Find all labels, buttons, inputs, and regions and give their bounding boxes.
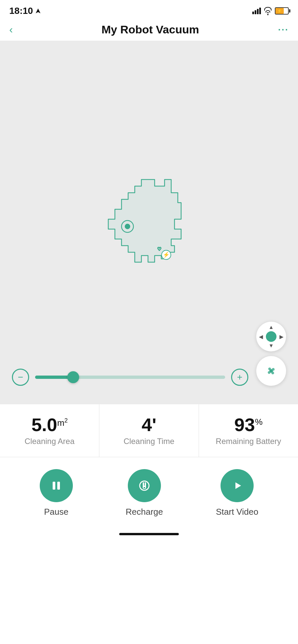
svg-rect-7 (57, 482, 60, 490)
map-area[interactable]: ⚡ ♡ ▲ ▼ ◀ ▶ − + (0, 41, 298, 404)
svg-rect-10 (145, 482, 146, 486)
slider-thumb[interactable] (67, 371, 79, 383)
svg-point-5 (270, 369, 273, 373)
cleaning-time-stat: 4' Cleaning Time (99, 404, 199, 457)
pause-button[interactable]: Pause (40, 469, 73, 517)
remaining-battery-value: 93 % (234, 416, 263, 434)
start-video-label: Start Video (216, 507, 258, 517)
joystick-down-arrow: ▼ (269, 343, 274, 349)
svg-point-1 (125, 224, 130, 229)
home-indicator-area (0, 527, 298, 539)
speed-slider-row: − + (12, 369, 248, 386)
more-options-button[interactable]: ··· (278, 24, 289, 35)
speed-slider-track[interactable] (35, 376, 225, 379)
cleaning-time-value: 4' (142, 416, 156, 434)
wifi-icon (264, 7, 272, 15)
joystick-button[interactable]: ▲ ▼ ◀ ▶ (256, 322, 286, 351)
recharge-icon (137, 478, 152, 493)
remaining-battery-stat: 93 % Remaining Battery (199, 404, 298, 457)
joystick-up-arrow: ▲ (269, 324, 274, 330)
play-icon (230, 478, 244, 493)
fan-button[interactable] (256, 356, 286, 386)
back-button[interactable]: ‹ (9, 23, 23, 36)
recharge-label: Recharge (126, 507, 163, 517)
bottom-controls: Pause Recharge Start Video (0, 457, 298, 527)
room-map: ⚡ ♡ (102, 176, 188, 269)
slider-plus-button[interactable]: + (231, 369, 248, 386)
cleaning-area-value: 5.0 m2 (31, 416, 68, 434)
start-video-button[interactable]: Start Video (216, 469, 258, 517)
slider-minus-button[interactable]: − (12, 369, 29, 386)
svg-rect-9 (143, 482, 144, 486)
status-icons: ⚡ (252, 7, 289, 15)
pause-label: Pause (44, 507, 69, 517)
joystick-left-arrow: ◀ (259, 334, 263, 340)
signal-icon (252, 8, 261, 14)
app-header: ‹ My Robot Vacuum ··· (0, 20, 298, 41)
cleaning-time-label: Cleaning Time (124, 437, 174, 446)
svg-text:♡: ♡ (157, 246, 162, 252)
home-indicator-bar (119, 533, 179, 535)
cleaning-area-label: Cleaning Area (25, 437, 74, 446)
lightning-icon: ⚡ (277, 9, 282, 13)
svg-rect-6 (53, 482, 55, 490)
remaining-battery-label: Remaining Battery (216, 437, 281, 446)
svg-text:⚡: ⚡ (163, 252, 170, 258)
status-bar: 18:10 ⚡ (0, 0, 298, 20)
time-display: 18:10 (9, 6, 33, 16)
svg-rect-11 (144, 487, 145, 488)
svg-marker-12 (235, 482, 241, 489)
cleaning-area-stat: 5.0 m2 Cleaning Area (0, 404, 99, 457)
stats-section: 5.0 m2 Cleaning Area 4' Cleaning Time 93… (0, 404, 298, 457)
recharge-button[interactable]: Recharge (126, 469, 163, 517)
fan-icon (263, 362, 280, 380)
status-time: 18:10 (9, 6, 41, 16)
location-icon (35, 8, 41, 14)
pause-icon (49, 478, 64, 493)
page-title: My Robot Vacuum (101, 23, 199, 36)
joystick-right-arrow: ▶ (279, 334, 283, 340)
battery-icon: ⚡ (275, 7, 289, 15)
